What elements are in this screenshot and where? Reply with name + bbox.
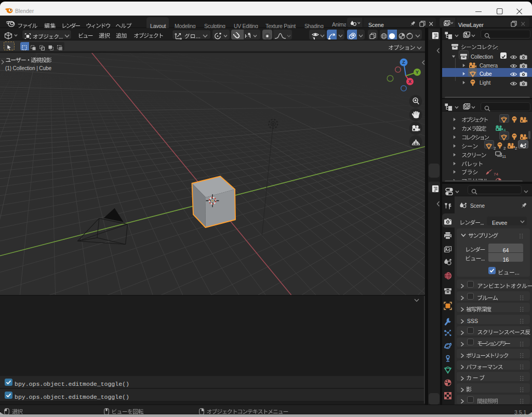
svg-text:Z: Z: [402, 59, 405, 65]
svg-text:Y: Y: [416, 69, 419, 75]
svg-text:X: X: [408, 78, 412, 84]
